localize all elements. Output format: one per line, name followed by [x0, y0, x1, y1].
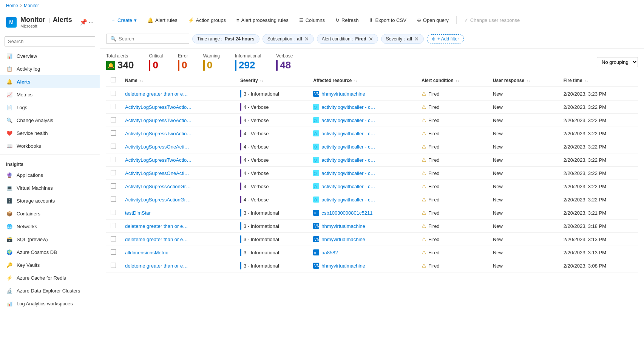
change-user-response-button[interactable]: ✓ Change user response [460, 15, 525, 25]
alert-name-link[interactable]: ActivityLogSupressOneActi… [125, 144, 189, 150]
col-affected-resource[interactable]: Affected resource ↑↓ [309, 74, 417, 87]
cell-name[interactable]: ActivityLogSupressTwoActio… [120, 114, 236, 127]
cell-name[interactable]: deleteme greater than or e… [120, 87, 236, 101]
resource-link[interactable]: ⬡ activitylogwithcaller - c… [313, 170, 412, 176]
cell-resource[interactable]: ≡ csb10030000801c5211 [309, 206, 417, 220]
resource-link[interactable]: ⬡ activitylogwithcaller - c… [313, 104, 412, 110]
export-csv-button[interactable]: ⬇ Export to CSV [364, 15, 411, 25]
cell-resource[interactable]: ⬡ activitylogwithcaller - c… [309, 101, 417, 114]
cell-resource[interactable]: ⬡ activitylogwithcaller - c… [309, 114, 417, 127]
row-checkbox[interactable] [111, 263, 116, 268]
row-checkbox[interactable] [111, 157, 116, 162]
filter-search-input[interactable] [119, 36, 185, 42]
sidebar-item-networks[interactable]: 🌐 Networks [0, 220, 100, 233]
filter-search-box[interactable]: 🔍 [106, 34, 189, 44]
cell-resource[interactable]: ≡ aa8582 [309, 246, 417, 259]
alert-name-link[interactable]: deleteme greater than or e… [125, 237, 188, 242]
condition-sort-icon[interactable]: ↑↓ [456, 79, 459, 83]
cell-resource[interactable]: ⬡ activitylogwithcaller - c… [309, 140, 417, 153]
sidebar-item-logs[interactable]: 📄 Logs [0, 101, 100, 114]
resource-link[interactable]: ⬡ activitylogwithcaller - c… [313, 144, 412, 150]
critical-alerts-item[interactable]: Critical 0 [149, 53, 163, 71]
sidebar-item-applications[interactable]: 🔮 Applications [0, 169, 100, 181]
cell-resource[interactable]: VM hhmyvirtualmachine [309, 220, 417, 233]
sidebar-item-virtual-machines[interactable]: 💻 Virtual Machines [0, 181, 100, 194]
cell-resource[interactable]: ⬡ activitylogwithcaller - c… [309, 153, 417, 167]
refresh-button[interactable]: ↻ Refresh [331, 15, 363, 25]
resource-link[interactable]: VM hhmyvirtualmachine [313, 236, 412, 242]
response-sort-icon[interactable]: ↑↓ [527, 79, 530, 83]
row-checkbox-cell[interactable] [106, 101, 120, 114]
breadcrumb-home[interactable]: Home [6, 3, 18, 8]
verbose-alerts-item[interactable]: Verbose 48 [276, 53, 293, 71]
sidebar-item-storage-accounts[interactable]: 🗄️ Storage accounts [0, 194, 100, 207]
sidebar-item-workbooks[interactable]: 📖 Workbooks [0, 139, 100, 152]
resource-link[interactable]: ⬡ activitylogwithcaller - c… [313, 197, 412, 203]
cell-name[interactable]: testDimStar [120, 206, 236, 220]
row-checkbox-cell[interactable] [106, 167, 120, 180]
severity-sort-icon[interactable]: ↑↓ [260, 79, 264, 83]
alert-name-link[interactable]: deleteme greater than or e… [125, 263, 188, 269]
subscription-filter[interactable]: Subscription : all ✕ [263, 34, 314, 44]
informational-alerts-item[interactable]: Informational 292 [235, 53, 261, 71]
cell-name[interactable]: ActivityLogSupressTwoActio… [120, 153, 236, 167]
cell-name[interactable]: deleteme greater than or e… [120, 233, 236, 246]
row-checkbox-cell[interactable] [106, 127, 120, 140]
error-alerts-item[interactable]: Error 0 [178, 53, 188, 71]
sidebar-item-overview[interactable]: 📊 Overview [0, 50, 100, 62]
row-checkbox[interactable] [111, 130, 116, 136]
select-all-header[interactable] [106, 74, 120, 87]
alert-condition-filter-close[interactable]: ✕ [369, 36, 373, 42]
sidebar-item-data-explorer[interactable]: 🔬 Azure Data Explorer Clusters [0, 284, 100, 297]
cell-name[interactable]: ActivityLogSupressOneActi… [120, 140, 236, 153]
alert-name-link[interactable]: testDimStar [125, 210, 151, 216]
cell-resource[interactable]: VM hhmyvirtualmachine [309, 233, 417, 246]
col-alert-condition[interactable]: Alert condition ↑↓ [417, 74, 488, 87]
add-filter-button[interactable]: ⊕ + Add filter [427, 34, 464, 43]
cell-name[interactable]: ActivityLogSupressOneActi… [120, 167, 236, 180]
sidebar-item-redis[interactable]: ⚡ Azure Cache for Redis [0, 271, 100, 284]
sidebar-item-service-health[interactable]: ❤️ Service health [0, 127, 100, 139]
sidebar-item-cosmos-db[interactable]: 🌍 Azure Cosmos DB [0, 246, 100, 258]
row-checkbox[interactable] [111, 144, 116, 149]
row-checkbox[interactable] [111, 236, 116, 241]
cell-name[interactable]: ActivityLogSupressTwoActio… [120, 127, 236, 140]
row-checkbox-cell[interactable] [106, 259, 120, 272]
row-checkbox-cell[interactable] [106, 206, 120, 220]
row-checkbox[interactable] [111, 170, 116, 175]
sidebar-item-sql[interactable]: 🗃️ SQL (preview) [0, 233, 100, 246]
breadcrumb-monitor[interactable]: Monitor [24, 3, 39, 8]
sidebar-item-log-analytics[interactable]: 📊 Log Analytics workspaces [0, 297, 100, 310]
row-checkbox-cell[interactable] [106, 87, 120, 101]
cell-resource[interactable]: ⬡ activitylogwithcaller - c… [309, 193, 417, 206]
sidebar-item-key-vaults[interactable]: 🔑 Key Vaults [0, 258, 100, 271]
row-checkbox-cell[interactable] [106, 180, 120, 193]
alert-name-link[interactable]: ActivityLogSupressOneActi… [125, 170, 189, 176]
cell-name[interactable]: deleteme greater than or e… [120, 220, 236, 233]
col-user-response[interactable]: User response ↑↓ [488, 74, 559, 87]
cell-resource[interactable]: ⬡ activitylogwithcaller - c… [309, 180, 417, 193]
alert-name-link[interactable]: ActivityLogSupressTwoActio… [125, 157, 192, 163]
alert-name-link[interactable]: ActivityLogSupressTwoActio… [125, 104, 192, 110]
row-checkbox[interactable] [111, 91, 116, 96]
row-checkbox[interactable] [111, 197, 116, 202]
sidebar-item-change-analysis[interactable]: 🔍 Change Analysis [0, 114, 100, 127]
cell-name[interactable]: deleteme greater than or e… [120, 259, 236, 272]
alert-rules-button[interactable]: 🔔 Alert rules [143, 15, 182, 25]
row-checkbox-cell[interactable] [106, 140, 120, 153]
row-checkbox[interactable] [111, 210, 116, 215]
col-severity[interactable]: Severity ↑↓ [236, 74, 309, 87]
alert-name-link[interactable]: ActivityLogSupressActionGr… [125, 184, 191, 189]
alert-name-link[interactable]: ActivityLogSupressActionGr… [125, 197, 191, 203]
action-groups-button[interactable]: ⚡ Action groups [184, 15, 231, 25]
row-checkbox-cell[interactable] [106, 153, 120, 167]
alert-name-link[interactable]: ActivityLogSupressTwoActio… [125, 131, 192, 136]
more-button[interactable]: ··· [89, 19, 94, 26]
select-all-checkbox[interactable] [111, 77, 116, 82]
sidebar-item-containers[interactable]: 📦 Containers [0, 207, 100, 220]
sidebar-item-activity-log[interactable]: 📋 Activity log [0, 62, 100, 75]
resource-link[interactable]: ≡ csb10030000801c5211 [313, 210, 412, 216]
col-name[interactable]: Name ↑↓ [120, 74, 236, 87]
grouping-select[interactable]: No grouping [597, 57, 638, 67]
sidebar-search-input[interactable] [5, 36, 95, 46]
